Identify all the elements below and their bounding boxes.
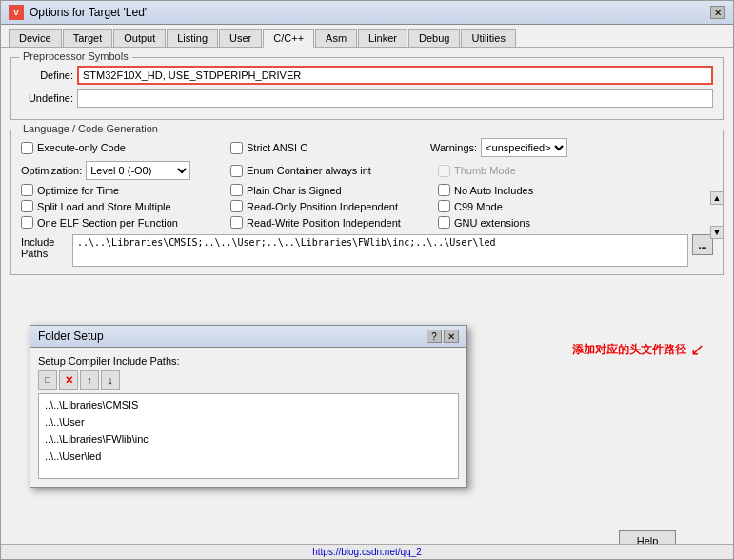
strict-ansi-checkbox[interactable] — [230, 142, 243, 154]
include-paths-label: Include Paths — [21, 234, 69, 259]
language-group-label: Language / Code Generation — [19, 123, 162, 134]
optimize-time-label: Optimize for Time — [37, 185, 119, 196]
split-load-label: Split Load and Store Multiple — [37, 201, 171, 212]
thumb-mode-label: Thumb Mode — [454, 165, 516, 176]
execute-only-checkbox[interactable] — [21, 142, 33, 154]
gnu-extensions-label: GNU extensions — [454, 217, 530, 229]
annotation-text: 添加对应的头文件路径 — [572, 342, 686, 358]
one-elf-label: One ELF Section per Function — [37, 217, 178, 229]
dialog-close-button[interactable]: ✕ — [444, 330, 459, 343]
bottom-url: https://blog.csdn.net/qq_2 — [312, 547, 422, 557]
optimize-time-checkbox[interactable] — [21, 184, 33, 196]
tab-debug[interactable]: Debug — [408, 29, 460, 47]
tab-asm[interactable]: Asm — [315, 29, 357, 47]
define-row: Define: — [21, 66, 713, 85]
main-content: Preprocessor Symbols Define: Undefine: L… — [1, 48, 733, 294]
warnings-label: Warnings: — [430, 142, 477, 153]
annotation: 添加对应的头文件路径 ↙ — [572, 339, 704, 360]
annotation-arrow: ↙ — [690, 339, 704, 360]
dialog-title: Folder Setup — [38, 330, 104, 343]
enum-container-checkbox[interactable] — [230, 165, 243, 177]
dialog-title-bar: Folder Setup ? ✕ — [30, 326, 466, 348]
read-only-pos-checkbox[interactable] — [230, 200, 243, 212]
list-item[interactable]: ..\..\Libraries\CMSIS — [43, 396, 454, 413]
dialog-help-button[interactable]: ? — [427, 330, 442, 343]
new-path-button[interactable]: □ — [38, 370, 57, 390]
close-button[interactable]: ✕ — [710, 6, 725, 19]
include-paths-row: Include Paths ... — [21, 234, 713, 267]
execute-only-label: Execute-only Code — [37, 142, 126, 153]
gnu-extensions-checkbox[interactable] — [438, 216, 450, 229]
undefine-input[interactable] — [77, 89, 713, 108]
move-down-button[interactable]: ↓ — [101, 370, 120, 390]
delete-path-button[interactable]: ✕ — [59, 370, 78, 390]
strict-ansi-label: Strict ANSI C — [247, 142, 307, 153]
tab-cpp[interactable]: C/C++ — [263, 29, 314, 48]
no-auto-includes-label: No Auto Includes — [454, 185, 533, 196]
bottom-bar: https://blog.csdn.net/qq_2 — [1, 544, 733, 559]
undefine-label: Undefine: — [21, 92, 73, 104]
scroll-down-button[interactable]: ▼ — [710, 226, 724, 239]
read-write-pos-label: Read-Write Position Independent — [247, 217, 401, 229]
app-icon: V — [9, 5, 24, 20]
tab-linker[interactable]: Linker — [358, 29, 407, 47]
split-load-checkbox[interactable] — [21, 200, 33, 212]
scrollbar-vertical: ▲ ▼ — [710, 191, 724, 239]
define-input[interactable] — [77, 66, 713, 85]
title-bar: V Options for Target 'Led' ✕ — [1, 1, 733, 25]
tab-output[interactable]: Output — [113, 29, 166, 47]
list-item[interactable]: ..\..\User\led — [43, 448, 454, 465]
no-auto-includes-checkbox[interactable] — [438, 184, 450, 196]
read-only-pos-label: Read-Only Position Independent — [247, 201, 398, 212]
dialog-toolbar: □ ✕ ↑ ↓ — [38, 370, 459, 390]
tab-device[interactable]: Device — [9, 29, 62, 47]
move-up-button[interactable]: ↑ — [80, 370, 99, 390]
c99-mode-checkbox[interactable] — [438, 200, 450, 212]
setup-label: Setup Compiler Include Paths: — [38, 355, 459, 367]
tab-bar: Device Target Output Listing User C/C++ … — [1, 25, 733, 48]
warnings-select[interactable]: <unspecified> — [481, 138, 567, 157]
plain-char-label: Plain Char is Signed — [247, 185, 342, 196]
list-item[interactable]: ..\..\User — [43, 413, 454, 430]
tab-target[interactable]: Target — [63, 29, 113, 47]
dialog-controls: ? ✕ — [427, 330, 459, 343]
plain-char-checkbox[interactable] — [230, 184, 243, 196]
dialog-body: Setup Compiler Include Paths: □ ✕ ↑ ↓ ..… — [30, 348, 466, 487]
list-item[interactable]: ..\..\Libraries\FWlib\inc — [43, 430, 454, 448]
preprocessor-group: Preprocessor Symbols Define: Undefine: — [10, 57, 724, 120]
folder-setup-dialog: Folder Setup ? ✕ Setup Compiler Include … — [30, 325, 467, 488]
one-elf-checkbox[interactable] — [21, 216, 33, 229]
tab-listing[interactable]: Listing — [167, 29, 218, 47]
thumb-mode-checkbox[interactable] — [438, 165, 450, 177]
read-write-pos-checkbox[interactable] — [230, 216, 243, 229]
undefine-row: Undefine: — [21, 89, 713, 108]
include-paths-input[interactable] — [72, 234, 688, 267]
optimization-label: Optimization: — [21, 165, 82, 176]
preprocessor-group-label: Preprocessor Symbols — [19, 50, 132, 62]
define-label: Define: — [21, 70, 73, 81]
path-list: ..\..\Libraries\CMSIS ..\..\User ..\..\L… — [38, 393, 459, 479]
language-group: Language / Code Generation Execute-only … — [10, 130, 724, 275]
tab-utilities[interactable]: Utilities — [461, 29, 515, 47]
title-bar-left: V Options for Target 'Led' — [9, 5, 147, 20]
main-window: V Options for Target 'Led' ✕ Device Targ… — [0, 0, 734, 560]
scroll-up-button[interactable]: ▲ — [710, 191, 724, 205]
window-title: Options for Target 'Led' — [30, 6, 147, 19]
c99-mode-label: C99 Mode — [454, 201, 503, 212]
optimization-select[interactable]: Level 0 (-O0) — [86, 161, 190, 180]
tab-user[interactable]: User — [219, 29, 262, 47]
enum-container-label: Enum Container always int — [247, 165, 371, 176]
